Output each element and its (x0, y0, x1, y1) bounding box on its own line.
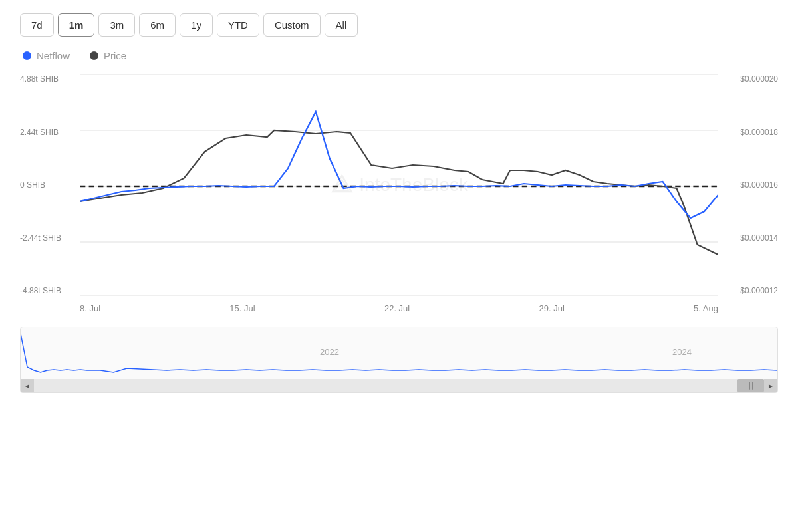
thumb-line-2 (752, 382, 753, 390)
time-btn-3m[interactable]: 3m (98, 13, 135, 37)
y-right-label: $0.000020 (740, 74, 778, 84)
scroll-thumb[interactable] (737, 379, 764, 392)
chart-wrapper: 4.88t SHIB2.44t SHIB0 SHIB-2.44t SHIB-4.… (20, 72, 778, 313)
navigator-netflow-line (21, 334, 777, 372)
navigator-year-2022: 2022 (320, 347, 339, 357)
chart-svg (80, 72, 718, 298)
x-axis: 8. Jul15. Jul22. Jul29. Jul5. Aug (20, 303, 778, 313)
legend-dot-netflow (23, 51, 31, 60)
legend-item-netflow: Netflow (23, 50, 70, 61)
y-right-label: $0.000012 (740, 286, 778, 295)
y-right-label: $0.000018 (740, 128, 778, 137)
x-axis-label: 29. Jul (539, 303, 565, 313)
x-axis-label: 22. Jul (384, 303, 410, 313)
y-left-label: 4.88t SHIB (20, 74, 80, 84)
navigator-chart: 2022 2024 ◄ ► (20, 327, 778, 393)
thumb-line-1 (749, 382, 750, 390)
y-right-label: $0.000014 (740, 233, 778, 243)
time-btn-7d[interactable]: 7d (20, 13, 54, 37)
navigator-scrollbar: ◄ ► (21, 379, 777, 392)
chart-svg-container: IntoTheBlock (80, 72, 718, 298)
y-left-label: 2.44t SHIB (20, 128, 80, 137)
navigator-svg (21, 327, 777, 380)
legend-label-netflow: Netflow (37, 50, 70, 61)
price-line (80, 130, 718, 255)
app-container: 7d1m3m6m1yYTDCustomAll Netflow Price 4.8… (0, 0, 798, 532)
y-axis-left: 4.88t SHIB2.44t SHIB0 SHIB-2.44t SHIB-4.… (20, 72, 80, 298)
navigator-year-2024: 2024 (672, 347, 692, 357)
time-range-toolbar: 7d1m3m6m1yYTDCustomAll (20, 13, 778, 37)
y-right-label: $0.000016 (740, 180, 778, 190)
x-axis-label: 8. Jul (80, 303, 100, 313)
netflow-line (80, 112, 718, 218)
x-axis-label: 15. Jul (229, 303, 255, 313)
y-left-label: 0 SHIB (20, 180, 80, 190)
time-btn-ytd[interactable]: YTD (217, 13, 259, 37)
scroll-track (34, 379, 764, 392)
time-btn-1m[interactable]: 1m (58, 13, 95, 37)
scroll-left-arrow[interactable]: ◄ (21, 379, 34, 392)
y-left-label: -2.44t SHIB (20, 233, 80, 243)
time-btn-6m[interactable]: 6m (139, 13, 176, 37)
main-chart: 4.88t SHIB2.44t SHIB0 SHIB-2.44t SHIB-4.… (20, 72, 778, 298)
y-left-label: -4.88t SHIB (20, 286, 80, 295)
legend-dot-price (90, 51, 98, 60)
scroll-right-arrow[interactable]: ► (764, 379, 777, 392)
legend-item-price: Price (90, 50, 126, 61)
time-btn-1y[interactable]: 1y (180, 13, 213, 37)
y-axis-right: $0.000020$0.000018$0.000016$0.000014$0.0… (718, 72, 778, 298)
chart-legend: Netflow Price (20, 50, 778, 61)
legend-label-price: Price (104, 50, 126, 61)
time-btn-all[interactable]: All (325, 13, 358, 37)
x-axis-label: 5. Aug (694, 303, 718, 313)
time-btn-custom[interactable]: Custom (263, 13, 321, 37)
